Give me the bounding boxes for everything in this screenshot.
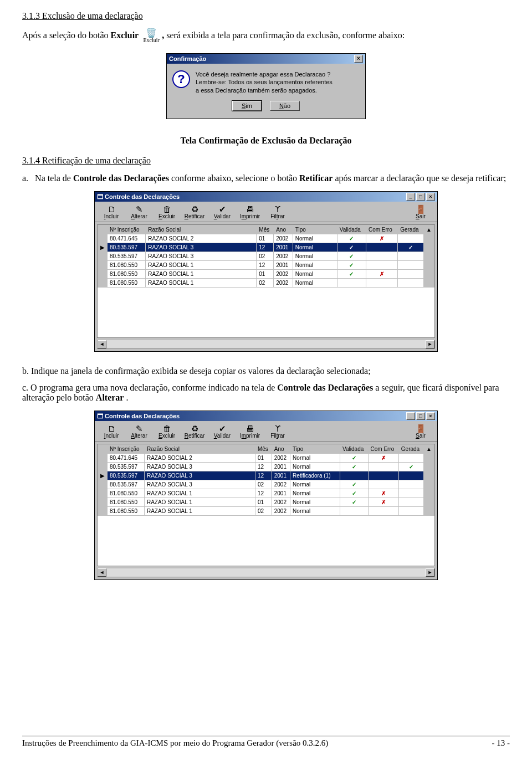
- retificar-button[interactable]: ♻Retificar: [181, 423, 208, 440]
- declaracoes-window-2: 🗔 Controle das Declarações _ □ × 🗋Inclui…: [94, 411, 438, 580]
- scroll-left-icon[interactable]: ◄: [98, 340, 106, 348]
- col-razao[interactable]: Razão Social: [144, 444, 255, 453]
- item-a-after: após marcar a declaração que se deseja r…: [335, 173, 506, 183]
- table-cell: 02: [257, 278, 274, 287]
- table-row[interactable]: 80.471.645RAZAO SOCIAL 2012002Normal✓✗: [98, 234, 434, 243]
- table-cell: 2002: [272, 480, 290, 489]
- table-cell: ✓: [340, 462, 368, 471]
- table-cell: 2002: [274, 234, 293, 243]
- table-row[interactable]: ▶80.535.597RAZAO SOCIAL 3122001Normal✓✓: [98, 243, 434, 252]
- table-cell: ▶: [98, 243, 108, 252]
- col-mes[interactable]: Mês: [257, 225, 274, 234]
- horizontal-scrollbar[interactable]: ◄ ►: [97, 340, 435, 349]
- table-row[interactable]: 80.535.597RAZAO SOCIAL 3022002Normal✓: [98, 480, 434, 489]
- table-cell: [424, 234, 434, 243]
- table-cell: 81.080.550: [108, 506, 145, 515]
- filtrar-button[interactable]: ϒFiltrar: [264, 204, 291, 220]
- no-button[interactable]: Não: [270, 101, 300, 111]
- col-gerada[interactable]: Gerada: [398, 225, 424, 234]
- table-cell: ✓: [398, 243, 424, 252]
- table-cell: 2001: [274, 260, 293, 269]
- close-icon[interactable]: ×: [426, 412, 435, 420]
- table-cell: [98, 462, 108, 471]
- col-validada[interactable]: Validada: [340, 444, 368, 453]
- table-cell: Normal: [290, 480, 340, 489]
- col-ano[interactable]: Ano: [274, 225, 293, 234]
- close-icon[interactable]: ×: [354, 55, 363, 63]
- table-row[interactable]: ▶80.535.597RAZAO SOCIAL 3122001Retificad…: [98, 471, 434, 480]
- data-grid-2[interactable]: Nº Inscrição Razão Social Mês Ano Tipo V…: [97, 444, 435, 566]
- col-ano[interactable]: Ano: [272, 444, 290, 453]
- table-row[interactable]: 81.080.550RAZAO SOCIAL 1122001Normal✓✗: [98, 489, 434, 498]
- exit-icon: 🚪: [407, 205, 434, 213]
- table-cell: RAZAO SOCIAL 3: [144, 471, 255, 480]
- table-row[interactable]: 81.080.550RAZAO SOCIAL 1022002Normal: [98, 278, 434, 287]
- incluir-button[interactable]: 🗋Incluir: [98, 204, 125, 220]
- imprimir-button[interactable]: 🖶Imprimir: [237, 204, 263, 220]
- table-row[interactable]: 81.080.550RAZAO SOCIAL 1012002Normal✓✗: [98, 498, 434, 506]
- scroll-right-icon[interactable]: ►: [426, 340, 434, 348]
- table-row[interactable]: 81.080.550RAZAO SOCIAL 1022002Normal: [98, 506, 434, 515]
- imprimir-button[interactable]: 🖶Imprimir: [237, 423, 263, 440]
- table-cell: ▶: [98, 471, 108, 480]
- data-grid-1[interactable]: Nº Inscrição Razão Social Mês Ano Tipo V…: [97, 224, 435, 338]
- table-row[interactable]: 81.080.550RAZAO SOCIAL 1012002Normal✓✗: [98, 269, 434, 278]
- filtrar-button[interactable]: ϒFiltrar: [264, 423, 291, 440]
- scroll-left-icon[interactable]: ◄: [98, 568, 106, 577]
- horizontal-scrollbar[interactable]: ◄ ►: [97, 568, 435, 577]
- scroll-right-icon[interactable]: ►: [426, 568, 434, 577]
- minimize-icon[interactable]: _: [406, 193, 415, 201]
- table-cell: Normal: [293, 234, 337, 243]
- col-comerro[interactable]: Com Erro: [368, 444, 398, 453]
- col-tipo[interactable]: Tipo: [290, 444, 340, 453]
- excluir-button[interactable]: 🗑Excluir: [154, 423, 180, 440]
- scroll-track[interactable]: [106, 568, 426, 577]
- table-cell: ✓: [337, 234, 366, 243]
- table-row[interactable]: 80.535.597RAZAO SOCIAL 3122001Normal✓✓: [98, 462, 434, 471]
- alterar-button[interactable]: ✎Alterar: [126, 423, 152, 440]
- col-gerada[interactable]: Gerada: [398, 444, 423, 453]
- excluir-button[interactable]: 🗑Excluir: [154, 204, 180, 220]
- col-inscricao[interactable]: Nº Inscrição: [108, 444, 145, 453]
- col-validada[interactable]: Validada: [337, 225, 366, 234]
- col-inscricao[interactable]: Nº Inscrição: [108, 225, 146, 234]
- col-scroll[interactable]: ▲: [424, 444, 434, 453]
- table-cell: RAZAO SOCIAL 1: [144, 489, 255, 498]
- col-razao[interactable]: Razão Social: [146, 225, 257, 234]
- maximize-icon[interactable]: □: [416, 193, 425, 201]
- retificar-button[interactable]: ♻Retificar: [181, 204, 208, 220]
- table-cell: [424, 489, 434, 498]
- table-row[interactable]: 80.535.597RAZAO SOCIAL 3022002Normal✓: [98, 252, 434, 260]
- table-cell: Normal: [290, 498, 340, 506]
- window-titlebar: 🗔 Controle das Declarações _ □ ×: [95, 192, 437, 202]
- table-cell: [98, 506, 108, 515]
- yes-button[interactable]: Sim: [232, 101, 262, 111]
- dialog-titlebar: Confirmação ×: [167, 54, 365, 64]
- close-icon[interactable]: ×: [426, 193, 435, 201]
- table-row[interactable]: 81.080.550RAZAO SOCIAL 1122001Normal✓: [98, 260, 434, 269]
- col-scroll[interactable]: ▲: [424, 225, 434, 234]
- table-cell: 81.080.550: [108, 278, 146, 287]
- sair-button[interactable]: 🚪Sair: [407, 423, 434, 440]
- table-cell: [98, 260, 108, 269]
- minimize-icon[interactable]: _: [406, 412, 415, 420]
- table-cell: [98, 234, 108, 243]
- table-cell: 2001: [274, 243, 293, 252]
- sair-button[interactable]: 🚪Sair: [407, 204, 434, 220]
- table-cell: Normal: [290, 489, 340, 498]
- alterar-button[interactable]: ✎Alterar: [126, 204, 152, 220]
- scroll-track[interactable]: [106, 340, 426, 348]
- table-cell: 12: [255, 489, 272, 498]
- col-tipo[interactable]: Tipo: [293, 225, 337, 234]
- col-comerro[interactable]: Com Erro: [366, 225, 397, 234]
- table-cell: RAZAO SOCIAL 3: [146, 243, 257, 252]
- table-row[interactable]: 80.471.645RAZAO SOCIAL 2012002Normal✓✗: [98, 453, 434, 462]
- validar-button[interactable]: ✔Validar: [209, 423, 236, 440]
- table-cell: [98, 453, 108, 462]
- dialog-msg-line1: Você deseja realmente apagar essa Declar…: [196, 70, 332, 78]
- maximize-icon[interactable]: □: [416, 412, 425, 420]
- validar-button[interactable]: ✔Validar: [209, 204, 236, 220]
- incluir-button[interactable]: 🗋Incluir: [98, 423, 125, 440]
- col-mes[interactable]: Mês: [255, 444, 272, 453]
- table-cell: 80.535.597: [108, 252, 146, 260]
